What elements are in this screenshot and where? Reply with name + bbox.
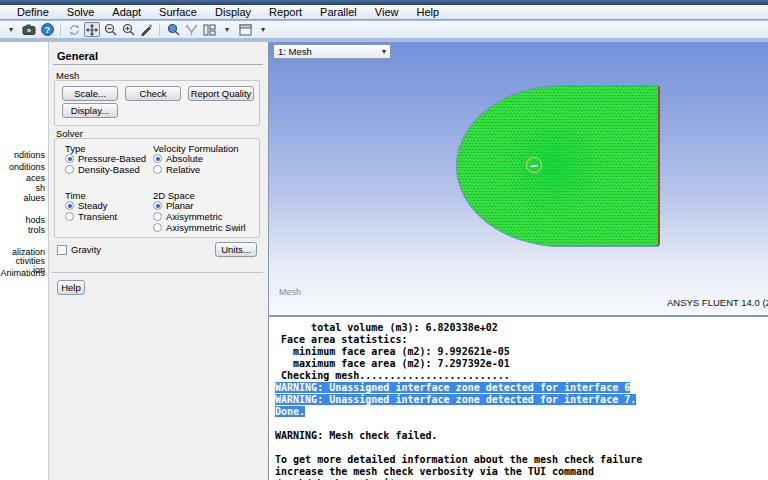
scale-button[interactable]: Scale... — [62, 86, 118, 101]
console-line: WARNING: Mesh check failed. — [275, 430, 768, 442]
radio-relative[interactable]: Relative — [153, 164, 200, 175]
radio-pressure-based-icon — [65, 154, 74, 163]
pan-tool-icon[interactable] — [84, 22, 100, 37]
radio-density-based-label: Density-Based — [78, 164, 140, 175]
gravity-checkbox-icon — [57, 245, 67, 255]
console-output[interactable]: total volume (m3): 6.820338e+02 Face are… — [268, 315, 768, 480]
menu-parallel[interactable]: Parallel — [311, 6, 366, 18]
units-button[interactable]: Units... — [215, 242, 257, 257]
console-line — [275, 442, 768, 454]
radio-transient[interactable]: Transient — [65, 211, 117, 222]
console-line: Checking mesh......................... — [275, 370, 768, 382]
display-button[interactable]: Display... — [62, 103, 118, 118]
menu-display[interactable]: Display — [206, 6, 260, 18]
tree-item-boundary-conditions[interactable]: onditions — [9, 162, 45, 172]
menu-surface[interactable]: Surface — [150, 6, 206, 18]
surface-nodes-icon[interactable] — [183, 22, 199, 37]
menu-report[interactable]: Report — [260, 6, 311, 18]
menu-bar: Define Solve Adapt Surface Display Repor… — [0, 5, 768, 20]
radio-relative-label: Relative — [166, 164, 200, 175]
svg-text:?: ? — [44, 25, 50, 35]
radio-steady[interactable]: Steady — [65, 200, 108, 211]
console-line-selected: Done. — [275, 406, 768, 418]
tree-item-graphics-animations[interactable]: d Animations — [0, 268, 45, 278]
radio-planar[interactable]: Planar — [153, 200, 193, 211]
radio-axisymmetric[interactable]: Axisymmetric — [153, 211, 222, 222]
report-quality-button[interactable]: Report Quality — [188, 86, 254, 101]
gravity-checkbox[interactable]: Gravity — [57, 244, 101, 255]
radio-axisymmetric-swirl-icon — [153, 223, 162, 232]
panel-separator — [51, 272, 263, 273]
probe-pen-icon[interactable] — [138, 22, 154, 37]
help-button[interactable]: Help — [57, 280, 85, 295]
overflow-dropdown-icon[interactable]: ▾ — [3, 22, 19, 37]
window-dropdown-icon[interactable]: ▾ — [255, 22, 271, 37]
tree-item-solution-methods[interactable]: hods — [25, 215, 45, 225]
rotate-view-icon[interactable] — [66, 22, 82, 37]
menu-define[interactable]: Define — [8, 6, 58, 18]
radio-steady-label: Steady — [78, 200, 108, 211]
radio-pressure-based[interactable]: Pressure-Based — [65, 153, 146, 164]
console-line: total volume (m3): 6.820338e+02 — [275, 322, 768, 334]
console-line-selected: WARNING: Unassigned interface zone detec… — [275, 394, 768, 406]
tree-item-cell-zone-conditions[interactable]: nditions — [14, 150, 45, 160]
console-line: maximum face area (m2): 7.297392e-01 — [275, 358, 768, 370]
console-line-selected: WARNING: Unassigned interface zone detec… — [275, 382, 768, 394]
console-line: Face area statistics: — [275, 334, 768, 346]
radio-transient-label: Transient — [78, 211, 117, 222]
panel-title-rule — [53, 64, 263, 65]
help-icon[interactable]: ? — [39, 22, 55, 37]
graphics-window-selector[interactable]: 1: Mesh ▾ — [273, 44, 391, 59]
radio-absolute-label: Absolute — [166, 153, 203, 164]
toolbar-separator — [60, 23, 61, 36]
zoom-select-icon[interactable] — [165, 22, 181, 37]
chevron-down-icon: ▾ — [382, 48, 386, 56]
gravity-label: Gravity — [71, 244, 101, 255]
camera-icon[interactable] — [21, 22, 37, 37]
navigation-tree: nditions onditions aces sh alues hods tr… — [0, 42, 48, 480]
check-button[interactable]: Check — [125, 86, 181, 101]
radio-transient-icon — [65, 212, 74, 221]
console-line: minimum face area (m2): 9.992621e-05 — [275, 346, 768, 358]
arrange-dropdown-icon[interactable]: ▾ — [219, 22, 235, 37]
mesh-domain[interactable] — [456, 85, 660, 247]
toolbar-separator — [159, 23, 160, 36]
tree-item-reference-values[interactable]: alues — [23, 193, 45, 203]
radio-planar-icon — [153, 201, 162, 210]
radio-axisymmetric-icon — [153, 212, 162, 221]
zoom-out-icon[interactable] — [102, 22, 118, 37]
panel-title: General — [57, 50, 98, 62]
radio-density-based[interactable]: Density-Based — [65, 164, 140, 175]
airfoil-probe-circle — [526, 157, 542, 173]
radio-planar-label: Planar — [166, 200, 193, 211]
console-line: increase the mesh check verbosity via th… — [275, 466, 768, 478]
tree-item-solution-controls[interactable]: trols — [28, 225, 45, 235]
zoom-in-icon[interactable] — [120, 22, 136, 37]
radio-axisymmetric-swirl[interactable]: Axisymmetric Swirl — [153, 222, 246, 233]
console-line: To get more detailed information about t… — [275, 454, 768, 466]
menu-solve[interactable]: Solve — [58, 6, 104, 18]
radio-axisymmetric-swirl-label: Axisymmetric Swirl — [166, 222, 246, 233]
tree-item-mesh-interfaces[interactable]: aces — [26, 173, 45, 183]
canvas-annotation-title: Mesh — [279, 287, 301, 297]
radio-absolute-icon — [153, 154, 162, 163]
fluent-window: Define Solve Adapt Surface Display Repor… — [0, 0, 768, 480]
console-line — [275, 418, 768, 430]
graphics-window[interactable]: 1: Mesh ▾ Mesh ANSYS FLUENT 14.0 (2 — [268, 42, 768, 315]
new-window-icon[interactable] — [237, 22, 253, 37]
radio-absolute[interactable]: Absolute — [153, 153, 203, 164]
menu-help[interactable]: Help — [407, 6, 448, 18]
tree-item-dynamic-mesh[interactable]: sh — [35, 183, 45, 193]
canvas-annotation-brand: ANSYS FLUENT 14.0 (2 — [667, 297, 768, 308]
radio-density-based-icon — [65, 165, 74, 174]
general-task-panel: General Mesh Scale... Check Report Quali… — [48, 42, 268, 480]
radio-steady-icon — [65, 201, 74, 210]
menu-view[interactable]: View — [366, 6, 408, 18]
toolbar: ▾ ? ▾ — [0, 21, 768, 38]
arrange-windows-icon[interactable] — [201, 22, 217, 37]
radio-pressure-based-label: Pressure-Based — [78, 153, 146, 164]
graphics-window-selector-value: 1: Mesh — [278, 46, 312, 57]
radio-relative-icon — [153, 165, 162, 174]
radio-axisymmetric-label: Axisymmetric — [166, 211, 222, 222]
menu-adapt[interactable]: Adapt — [103, 6, 150, 18]
